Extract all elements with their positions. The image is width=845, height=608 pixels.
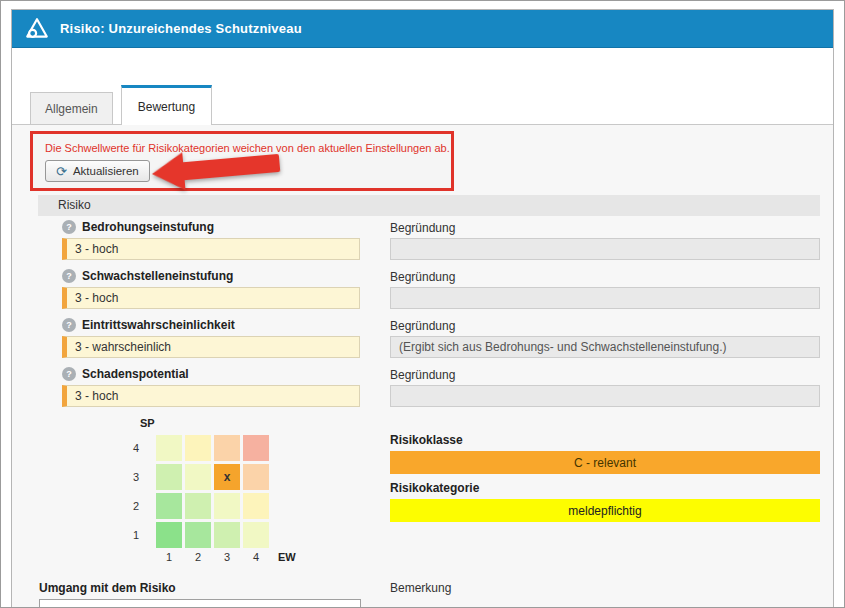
risk-class-value: C - relevant <box>390 451 820 474</box>
annotation-arrow-shaft <box>179 154 280 181</box>
matrix-cell[interactable] <box>243 464 269 490</box>
reason-input[interactable] <box>390 385 820 407</box>
matrix-y-axis-label: SP <box>140 417 296 429</box>
matrix-cell[interactable] <box>185 522 211 548</box>
matrix-cell[interactable] <box>214 435 240 461</box>
reason-label: Begründung <box>390 319 455 333</box>
rating-input[interactable] <box>62 385 360 407</box>
matrix-row-label: 1 <box>116 529 156 541</box>
risk-handling-select[interactable] <box>39 599 361 608</box>
dialog-titlebar: Risiko: Unzureichendes Schutzniveau <box>12 10 833 48</box>
refresh-icon: ⟳ <box>56 165 67 178</box>
tab-bewertung[interactable]: Bewertung <box>121 85 212 125</box>
help-icon[interactable]: ? <box>62 269 76 283</box>
matrix-row-label: 3 <box>116 471 156 483</box>
field-row-bedrohungseinstufung: ? Bedrohungseinstufung Begründung <box>38 217 820 266</box>
matrix-col-label: 3 <box>214 551 240 563</box>
reason-label: Begründung <box>390 270 455 284</box>
risk-category-label: Risikokategorie <box>390 481 479 495</box>
matrix-col-label: 1 <box>156 551 182 563</box>
matrix-cell[interactable] <box>156 493 182 519</box>
dialog-content: Allgemein Bewertung Die Schwellwerte für… <box>12 48 833 608</box>
tab-allgemein[interactable]: Allgemein <box>30 92 113 125</box>
help-icon[interactable]: ? <box>62 220 76 234</box>
reason-input[interactable] <box>390 336 820 358</box>
remark-label: Bemerkung <box>390 581 451 595</box>
bewertung-panel: Die Schwellwerte für Risikokategorien we… <box>12 124 833 608</box>
risk-dialog-window: Risiko: Unzureichendes Schutzniveau Allg… <box>11 9 834 608</box>
help-icon[interactable]: ? <box>62 318 76 332</box>
rating-input[interactable] <box>62 238 360 260</box>
help-icon[interactable]: ? <box>62 367 76 381</box>
tab-strip: Allgemein Bewertung <box>30 48 212 125</box>
rating-input[interactable] <box>62 287 360 309</box>
reason-input[interactable] <box>390 238 820 260</box>
reason-label: Begründung <box>390 221 455 235</box>
rating-label: Eintrittswahrscheinlichkeit <box>82 318 235 332</box>
dialog-title: Risiko: Unzureichendes Schutzniveau <box>60 21 302 36</box>
reason-input[interactable] <box>390 287 820 309</box>
matrix-cell[interactable]: x <box>214 464 240 490</box>
tab-bewertung-label: Bewertung <box>138 100 195 114</box>
aktualisieren-button[interactable]: ⟳ Aktualisieren <box>45 160 150 182</box>
matrix-cell[interactable] <box>243 435 269 461</box>
rating-label: Schadenspotential <box>82 367 189 381</box>
rating-label: Schwachstelleneinstufung <box>82 269 233 283</box>
field-row-schwachstelleneinstufung: ? Schwachstelleneinstufung Begründung <box>38 266 820 315</box>
matrix-cell[interactable] <box>185 464 211 490</box>
risk-category-value: meldepflichtig <box>390 499 820 522</box>
rating-label: Bedrohungseinstufung <box>82 220 214 234</box>
matrix-cell[interactable] <box>243 522 269 548</box>
aktualisieren-button-label: Aktualisieren <box>73 165 139 177</box>
matrix-cell[interactable] <box>156 522 182 548</box>
matrix-cell[interactable] <box>185 493 211 519</box>
reason-label: Begründung <box>390 368 455 382</box>
field-row-eintrittswahrscheinlichkeit: ? Eintrittswahrscheinlichkeit Begründung <box>38 315 820 364</box>
matrix-cell[interactable] <box>156 435 182 461</box>
matrix-row-label: 4 <box>116 442 156 454</box>
matrix-grid: 43x21 <box>116 435 296 548</box>
matrix-x-axis-label: EW <box>278 551 296 563</box>
rating-input[interactable] <box>62 336 360 358</box>
risk-matrix: SP 43x21 1234EW <box>116 417 296 563</box>
matrix-cell[interactable] <box>214 522 240 548</box>
app-logo-icon <box>24 16 50 42</box>
matrix-cell[interactable] <box>156 464 182 490</box>
risk-form: ? Bedrohungseinstufung Begründung ? Schw… <box>38 217 820 413</box>
section-header-risiko: Risiko <box>38 195 820 216</box>
matrix-cell[interactable] <box>243 493 269 519</box>
matrix-col-label: 4 <box>243 551 269 563</box>
screenshot-frame: Risiko: Unzureichendes Schutzniveau Allg… <box>0 0 845 608</box>
tab-allgemein-label: Allgemein <box>45 102 98 116</box>
matrix-row-label: 2 <box>116 500 156 512</box>
matrix-cell[interactable] <box>214 493 240 519</box>
risk-class-label: Risikoklasse <box>390 433 463 447</box>
matrix-cell[interactable] <box>185 435 211 461</box>
field-row-schadenspotential: ? Schadenspotential Begründung <box>38 364 820 413</box>
matrix-col-label: 2 <box>185 551 211 563</box>
matrix-col-labels: 1234EW <box>156 551 296 563</box>
risk-handling-label: Umgang mit dem Risiko <box>39 581 176 595</box>
